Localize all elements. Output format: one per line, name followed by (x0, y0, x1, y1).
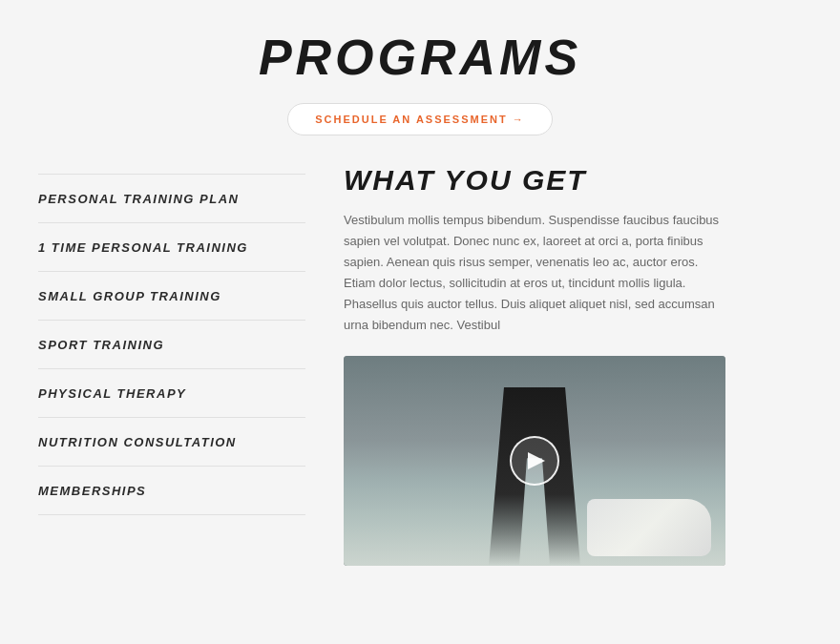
menu-item-small-group-training[interactable]: SMALL GROUP TRAINING (38, 272, 305, 321)
menu-item-personal-training-plan[interactable]: PERSONAL TRAINING PLAN (38, 174, 305, 223)
description-text: Vestibulum mollis tempus bibendum. Suspe… (344, 210, 725, 337)
menu-item-label-1-time-personal-training: 1 TIME PERSONAL TRAINING (38, 240, 248, 255)
left-menu: PERSONAL TRAINING PLAN1 TIME PERSONAL TR… (38, 164, 305, 566)
menu-item-nutrition-consultation[interactable]: NUTRITION CONSULTATION (38, 418, 305, 467)
menu-item-label-nutrition-consultation: NUTRITION CONSULTATION (38, 435, 237, 449)
menu-item-label-memberships: MEMBERSHIPS (38, 484, 146, 498)
page-wrapper: PROGRAMS SCHEDULE AN ASSESSMENT → PERSON… (0, 0, 840, 644)
shoe-highlight (587, 499, 711, 556)
header-section: PROGRAMS SCHEDULE AN ASSESSMENT → (38, 29, 802, 135)
menu-item-label-physical-therapy: PHYSICAL THERAPY (38, 386, 186, 401)
menu-item-label-small-group-training: SMALL GROUP TRAINING (38, 289, 221, 303)
right-content: WHAT YOU GET Vestibulum mollis tempus bi… (344, 164, 802, 566)
play-button[interactable] (510, 436, 559, 486)
menu-item-label-personal-training-plan: PERSONAL TRAINING PLAN (38, 192, 239, 206)
menu-item-label-sport-training: SPORT TRAINING (38, 338, 164, 352)
main-content: PERSONAL TRAINING PLAN1 TIME PERSONAL TR… (38, 164, 802, 566)
menu-item-1-time-personal-training[interactable]: 1 TIME PERSONAL TRAINING (38, 223, 305, 272)
section-title: WHAT YOU GET (344, 164, 802, 197)
menu-item-sport-training[interactable]: SPORT TRAINING (38, 321, 305, 369)
video-container[interactable] (344, 356, 725, 566)
menu-item-memberships[interactable]: MEMBERSHIPS (38, 467, 305, 515)
play-icon (528, 452, 545, 469)
menu-item-physical-therapy[interactable]: PHYSICAL THERAPY (38, 369, 305, 418)
schedule-assessment-button[interactable]: SCHEDULE AN ASSESSMENT → (287, 103, 553, 135)
page-title: PROGRAMS (38, 29, 802, 86)
